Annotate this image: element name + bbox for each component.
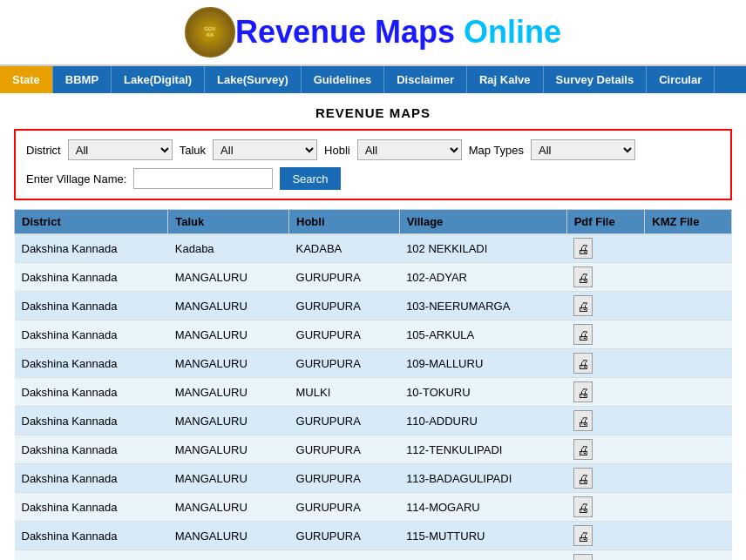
cell-kmz — [645, 234, 732, 263]
table-row: Dakshina KannadaMANGALURUGURUPURA115-MUT… — [15, 522, 732, 550]
search-button[interactable]: Search — [280, 167, 340, 190]
col-village: Village — [399, 210, 566, 234]
col-taluk: Taluk — [168, 210, 289, 234]
cell-kmz — [645, 320, 732, 349]
cell-pdf: 🖨 — [566, 349, 645, 378]
cell-taluk: MANGALURU — [168, 349, 289, 378]
pdf-download-icon[interactable]: 🖨 — [573, 496, 593, 517]
table-row: Dakshina KannadaKadabaKADABA102 NEKKILAD… — [15, 234, 732, 263]
nav-circular[interactable]: Circular — [647, 66, 715, 93]
taluk-label: Taluk — [180, 144, 206, 157]
table-row: Dakshina KannadaMANGALURUGURUPURA114-MOG… — [15, 493, 732, 522]
cell-district: Dakshina Kannada — [15, 522, 168, 550]
col-kmz: KMZ File — [645, 210, 732, 234]
pdf-download-icon[interactable]: 🖨 — [573, 353, 593, 374]
cell-hobli: GURUPURA — [289, 263, 400, 292]
nav-lake-digital[interactable]: Lake(Digital) — [112, 66, 205, 93]
logo: GOVKA — [185, 7, 235, 57]
table-row: Dakshina KannadaMANGALURUGURUPURA110-ADD… — [15, 407, 732, 435]
cell-district: Dakshina Kannada — [15, 292, 168, 320]
table-row: Dakshina KannadaMANGALURUGURUPURA112-TEN… — [15, 435, 732, 464]
cell-pdf: 🖨 — [566, 263, 645, 292]
cell-hobli: GURUPURA — [289, 435, 400, 464]
page-title: REVENUE MAPS — [0, 105, 746, 120]
cell-village: 10-TOKURU — [399, 378, 566, 407]
cell-district: Dakshina Kannada — [15, 550, 168, 561]
table-row: Dakshina KannadaMANGALURUGURUPURA105-ARK… — [15, 320, 732, 349]
nav-lake-survey[interactable]: Lake(Survey) — [205, 66, 302, 93]
nav-raj-kalve[interactable]: Raj Kalve — [467, 66, 544, 93]
cell-district: Dakshina Kannada — [15, 378, 168, 407]
cell-taluk: MANGALURU — [168, 378, 289, 407]
maptype-label: Map Types — [469, 144, 524, 157]
village-label: Enter Village Name: — [26, 172, 126, 186]
cell-pdf: 🖨 — [566, 320, 645, 349]
taluk-select[interactable]: All — [213, 139, 317, 160]
cell-hobli: GURUPURA — [289, 320, 400, 349]
cell-kmz — [645, 378, 732, 407]
cell-taluk: MANGALURU — [168, 550, 289, 561]
header-title: Revenue Maps Online — [235, 14, 561, 51]
cell-district: Dakshina Kannada — [15, 464, 168, 493]
header: GOVKA Revenue Maps Online — [0, 0, 746, 64]
cell-village: 103-NEERUMARGA — [399, 292, 566, 320]
cell-kmz — [645, 292, 732, 320]
district-select[interactable]: All — [68, 139, 173, 160]
cell-pdf: 🖨 — [566, 550, 645, 561]
table-header-row: District Taluk Hobli Village Pdf File KM… — [15, 210, 732, 234]
cell-district: Dakshina Kannada — [15, 234, 168, 263]
table-row: Dakshina KannadaMANGALURUGURUPURA102-ADY… — [15, 263, 732, 292]
cell-taluk: MANGALURU — [168, 464, 289, 493]
cell-district: Dakshina Kannada — [15, 263, 168, 292]
nav-survey-details[interactable]: Survey Details — [544, 66, 648, 93]
cell-kmz — [645, 435, 732, 464]
hobli-select[interactable]: All — [357, 139, 462, 160]
pdf-download-icon[interactable]: 🖨 — [573, 295, 593, 316]
pdf-download-icon[interactable]: 🖨 — [573, 468, 593, 489]
cell-taluk: MANGALURU — [168, 435, 289, 464]
table-row: Dakshina KannadaMANGALURUGURUPURA113-BAD… — [15, 464, 732, 493]
pdf-download-icon[interactable]: 🖨 — [573, 410, 593, 431]
cell-taluk: MANGALURU — [168, 522, 289, 550]
pdf-download-icon[interactable]: 🖨 — [573, 525, 593, 546]
pdf-download-icon[interactable]: 🖨 — [573, 324, 593, 345]
pdf-download-icon[interactable]: 🖨 — [573, 238, 593, 259]
pdf-download-icon[interactable]: 🖨 — [573, 267, 593, 287]
cell-district: Dakshina Kannada — [15, 493, 168, 522]
cell-village: 110-ADDURU — [399, 407, 566, 435]
table-row: Dakshina KannadaMANGALURUGURUPURA109-MAL… — [15, 349, 732, 378]
cell-pdf: 🖨 — [566, 522, 645, 550]
col-pdf: Pdf File — [566, 210, 645, 234]
cell-village: 102-ADYAR — [399, 263, 566, 292]
cell-district: Dakshina Kannada — [15, 320, 168, 349]
results-table-wrap: District Taluk Hobli Village Pdf File KM… — [14, 209, 732, 560]
nav-disclaimer[interactable]: Disclaimer — [384, 66, 467, 93]
cell-district: Dakshina Kannada — [15, 435, 168, 464]
cell-village: 105-ARKULA — [399, 320, 566, 349]
nav-bbmp[interactable]: BBMP — [53, 66, 112, 93]
cell-village: 115-MUTTURU — [399, 522, 566, 550]
nav-state[interactable]: State — [0, 66, 53, 93]
cell-taluk: MANGALURU — [168, 263, 289, 292]
village-input[interactable] — [133, 168, 273, 189]
cell-kmz — [645, 522, 732, 550]
cell-pdf: 🖨 — [566, 378, 645, 407]
table-row: Dakshina KannadaMANGALURUMULKI10-TOKURU🖨 — [15, 378, 732, 407]
col-district: District — [15, 210, 168, 234]
maptype-select[interactable]: All — [531, 139, 635, 160]
logo-text: GOVKA — [204, 26, 215, 38]
cell-village: 116-KELENJARU — [399, 550, 566, 561]
pdf-download-icon[interactable]: 🖨 — [573, 554, 593, 560]
cell-hobli: GURUPURA — [289, 407, 400, 435]
nav-guidelines[interactable]: Guidelines — [302, 66, 384, 93]
cell-pdf: 🖨 — [566, 464, 645, 493]
cell-kmz — [645, 407, 732, 435]
pdf-download-icon[interactable]: 🖨 — [573, 381, 593, 402]
cell-hobli: MULKI — [289, 378, 400, 407]
cell-taluk: Kadaba — [168, 234, 289, 263]
pdf-download-icon[interactable]: 🖨 — [573, 439, 593, 460]
cell-kmz — [645, 464, 732, 493]
cell-taluk: MANGALURU — [168, 292, 289, 320]
cell-hobli: GURUPURA — [289, 522, 400, 550]
cell-village: 114-MOGARU — [399, 493, 566, 522]
